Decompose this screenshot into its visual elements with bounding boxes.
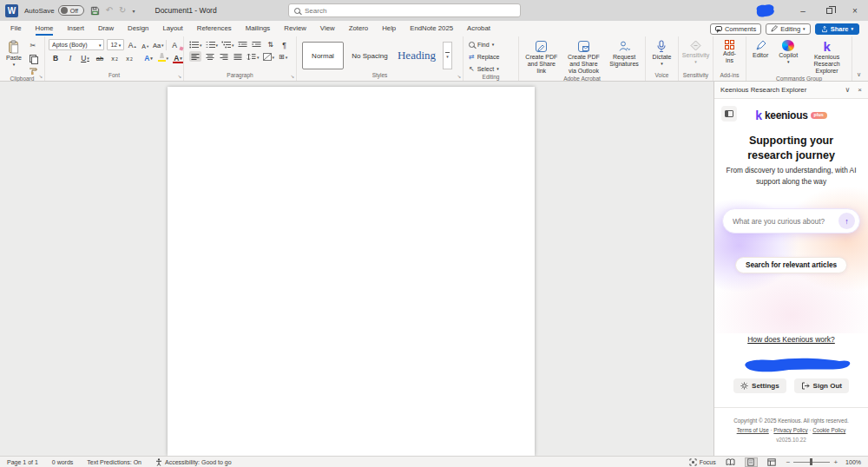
restore-button[interactable]	[816, 0, 842, 21]
tab-view[interactable]: View	[313, 22, 342, 36]
create-pdf-share-link-button[interactable]: Create PDF and Share link	[523, 39, 561, 76]
editing-mode-button[interactable]: Editing ▾	[766, 23, 810, 35]
paste-button[interactable]: Paste ▾	[3, 39, 24, 69]
share-button[interactable]: Share ▾	[815, 23, 859, 35]
autosave-control[interactable]: AutoSave Off	[24, 5, 84, 16]
text-effects-button[interactable]: A▾	[143, 52, 154, 62]
multilevel-list-button[interactable]: ▾	[221, 39, 234, 49]
curiosity-input-box[interactable]: ↑	[722, 208, 860, 234]
clear-formatting-button[interactable]: A	[169, 40, 180, 50]
zoom-track[interactable]	[793, 462, 830, 463]
tab-design[interactable]: Design	[121, 22, 155, 36]
numbering-button[interactable]: ▾	[206, 39, 219, 49]
line-spacing-button[interactable]: ▾	[247, 51, 260, 62]
align-right-button[interactable]	[219, 51, 229, 62]
panel-collapse-icon[interactable]: ∨	[845, 86, 850, 94]
search-articles-button[interactable]: Search for relevant articles	[735, 257, 847, 273]
superscript-button[interactable]: x2	[124, 52, 135, 62]
clipboard-dialog-launcher[interactable]: ↘	[38, 75, 43, 80]
print-layout-button[interactable]	[745, 457, 758, 467]
minimize-button[interactable]: –	[790, 0, 816, 21]
addins-button[interactable]: Add-ins	[717, 39, 742, 65]
select-button[interactable]: ↖Select▾	[469, 63, 515, 74]
editor-button[interactable]: Editor	[750, 39, 771, 60]
how-does-keenious-work-link[interactable]: How does Keenious work?	[747, 335, 835, 344]
font-size-combo[interactable]: 12 ▾	[107, 39, 124, 50]
sort-button[interactable]: ⇅	[266, 39, 276, 49]
underline-button[interactable]: U▾	[80, 52, 90, 62]
justify-button[interactable]	[233, 51, 243, 62]
bold-button[interactable]: B	[50, 52, 61, 62]
zoom-slider[interactable]: − +	[786, 458, 838, 466]
collapse-ribbon-icon[interactable]: ∨	[857, 71, 861, 78]
tab-home[interactable]: Home	[29, 22, 61, 36]
zoom-level[interactable]: 100%	[845, 459, 861, 465]
search-input[interactable]	[305, 7, 515, 15]
autosave-toggle[interactable]: Off	[58, 5, 84, 16]
word-count[interactable]: 0 words	[52, 459, 74, 465]
font-dialog-launcher[interactable]: ↘	[177, 75, 181, 80]
request-signatures-button[interactable]: Request Signatures	[607, 39, 641, 69]
tab-help[interactable]: Help	[375, 22, 403, 36]
create-pdf-outlook-button[interactable]: Create PDF and Share via Outlook	[563, 39, 604, 76]
curiosity-input[interactable]	[733, 217, 835, 226]
web-layout-button[interactable]	[766, 457, 779, 467]
document-page[interactable]	[168, 87, 535, 456]
tab-review[interactable]: Review	[277, 22, 313, 36]
styles-dialog-launcher[interactable]: ↘	[457, 75, 461, 80]
undo-icon[interactable]: ↶	[106, 6, 113, 15]
tab-insert[interactable]: Insert	[60, 22, 91, 36]
tab-references[interactable]: References	[190, 22, 239, 36]
show-marks-button[interactable]: ¶	[279, 39, 290, 49]
tab-endnote[interactable]: EndNote 2025	[403, 22, 460, 36]
redo-icon[interactable]: ↻	[119, 6, 126, 15]
privacy-policy-link[interactable]: Privacy Policy	[773, 427, 807, 433]
grow-font-button[interactable]: A▴	[127, 40, 137, 50]
change-case-button[interactable]: Aa▾	[153, 40, 163, 50]
tab-acrobat[interactable]: Acrobat	[460, 22, 497, 36]
tab-mailings[interactable]: Mailings	[239, 22, 278, 36]
format-painter-button[interactable]	[27, 65, 39, 76]
decrease-indent-button[interactable]	[238, 39, 248, 49]
terms-of-use-link[interactable]: Terms of Use	[737, 427, 769, 433]
paragraph-dialog-launcher[interactable]: ↘	[290, 75, 294, 80]
zoom-out-icon[interactable]: −	[786, 458, 791, 466]
align-center-button[interactable]	[205, 51, 215, 62]
shrink-font-button[interactable]: A▾	[140, 40, 150, 50]
replace-button[interactable]: ⇄Replace	[469, 51, 515, 62]
cut-button[interactable]: ✂	[27, 41, 39, 51]
search-box[interactable]	[288, 3, 521, 17]
sign-out-button[interactable]: Sign Out	[794, 378, 849, 393]
page-indicator[interactable]: Page 1 of 1	[7, 459, 38, 465]
keenious-ribbon-button[interactable]: k Keenious Research Explorer	[806, 39, 848, 76]
tab-draw[interactable]: Draw	[91, 22, 121, 36]
cookie-policy-link[interactable]: Cookie Policy	[812, 427, 845, 433]
quick-access-caret-icon[interactable]: ▾	[132, 8, 135, 14]
tab-layout[interactable]: Layout	[155, 22, 189, 36]
dictate-button[interactable]: Dictate ▾	[650, 39, 674, 68]
align-left-button[interactable]	[189, 51, 201, 62]
avatar-scribble[interactable]	[753, 3, 776, 18]
save-icon[interactable]	[90, 6, 100, 16]
strikethrough-button[interactable]: ab	[95, 52, 105, 62]
zoom-in-icon[interactable]: +	[833, 458, 838, 466]
accessibility-status[interactable]: Accessibility: Good to go	[155, 458, 232, 466]
styles-gallery-expand[interactable]: ▾	[443, 42, 452, 69]
tab-zotero[interactable]: Zotero	[342, 22, 376, 36]
comments-button[interactable]: Comments	[710, 23, 761, 35]
panel-close-icon[interactable]: ×	[858, 86, 862, 94]
font-color-button[interactable]: A▾	[173, 52, 183, 62]
find-button[interactable]: Find▾	[469, 39, 515, 49]
submit-button[interactable]: ↑	[838, 213, 855, 229]
read-mode-button[interactable]	[724, 457, 737, 467]
settings-button[interactable]: Settings	[733, 378, 786, 393]
zoom-thumb[interactable]	[810, 458, 812, 465]
italic-button[interactable]: I	[65, 52, 76, 62]
increase-indent-button[interactable]	[252, 39, 262, 49]
close-button[interactable]: ×	[842, 0, 868, 21]
subscript-button[interactable]: x2	[109, 52, 120, 62]
tab-file[interactable]: File	[3, 22, 29, 36]
shading-button[interactable]: ▾	[263, 51, 275, 62]
font-name-combo[interactable]: Aptos (Body) ▾	[49, 39, 104, 50]
text-predictions[interactable]: Text Predictions: On	[87, 459, 141, 465]
